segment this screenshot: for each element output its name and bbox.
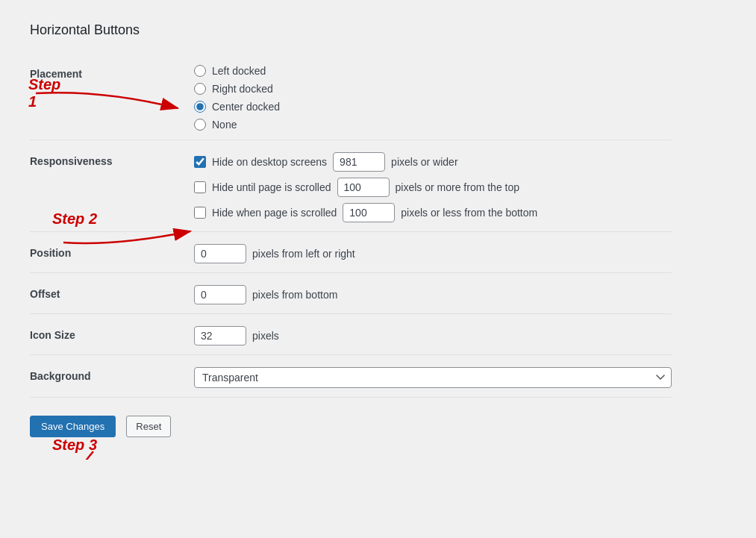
placement-none-label: None — [212, 119, 237, 131]
resp-scroll-bottom-label-pre: Hide when page is scrolled — [212, 207, 337, 219]
resp-desktop-checkbox[interactable] — [194, 156, 206, 168]
placement-left-radio[interactable] — [194, 65, 206, 77]
placement-none-radio[interactable] — [194, 119, 206, 131]
step3-arrow — [56, 448, 116, 460]
placement-center-label: Center docked — [212, 101, 280, 113]
responsiveness-label: Responsiveness — [30, 152, 194, 167]
placement-options: Left docked Right docked Center docked N… — [194, 65, 672, 131]
placement-right-radio[interactable] — [194, 83, 206, 95]
offset-row: Offset pixels from bottom — [30, 276, 672, 314]
resp-scroll-top-label-pre: Hide until page is scrolled — [212, 181, 331, 193]
resp-scroll-top-checkbox[interactable] — [194, 181, 206, 193]
offset-label: Offset — [30, 285, 194, 300]
background-content: Transparent White Black Custom — [194, 367, 672, 388]
resp-scroll-top-label-post: pixels or more from the top — [396, 181, 520, 193]
icon-size-row: Icon Size pixels — [30, 317, 672, 355]
placement-center-radio[interactable] — [194, 101, 206, 113]
resp-scroll-bottom-label-post: pixels or less from the bottom — [401, 207, 537, 219]
placement-right-option[interactable]: Right docked — [194, 83, 672, 95]
offset-content: pixels from bottom — [194, 285, 672, 304]
resp-desktop-label-pre: Hide on desktop screens — [212, 156, 327, 168]
icon-size-suffix: pixels — [252, 330, 279, 342]
resp-desktop-label-post: pixels or wider — [391, 156, 457, 168]
resp-scroll-top-option[interactable]: Hide until page is scrolled pixels or mo… — [194, 178, 672, 197]
position-suffix: pixels from left or right — [252, 248, 355, 260]
position-label: Position — [30, 244, 194, 259]
form-buttons: Save Changes Reset — [30, 416, 672, 437]
icon-size-content: pixels — [194, 326, 672, 345]
resp-scroll-bottom-checkbox[interactable] — [194, 207, 206, 219]
placement-label: Placement — [30, 65, 194, 80]
placement-row: Placement Left docked Right docked Cente… — [30, 56, 672, 140]
page-title: Horizontal Buttons — [30, 22, 672, 38]
offset-suffix: pixels from bottom — [252, 289, 337, 301]
position-content: pixels from left or right — [194, 244, 672, 263]
background-row: Background Transparent White Black Custo… — [30, 358, 672, 398]
background-select[interactable]: Transparent White Black Custom — [194, 367, 672, 388]
position-row: Position pixels from left or right — [30, 235, 672, 273]
background-label: Background — [30, 367, 194, 382]
placement-center-option[interactable]: Center docked — [194, 101, 672, 113]
icon-size-input[interactable] — [194, 326, 246, 345]
step3-annotation: Step 3 — [52, 437, 97, 454]
position-input[interactable] — [194, 244, 246, 263]
responsiveness-options: Hide on desktop screens pixels or wider … — [194, 152, 672, 222]
offset-input[interactable] — [194, 285, 246, 304]
icon-size-label: Icon Size — [30, 326, 194, 341]
placement-left-label: Left docked — [212, 65, 266, 77]
resp-desktop-input[interactable] — [333, 152, 385, 172]
placement-right-label: Right docked — [212, 83, 273, 95]
placement-none-option[interactable]: None — [194, 119, 672, 131]
resp-scroll-bottom-option[interactable]: Hide when page is scrolled pixels or les… — [194, 203, 672, 222]
resp-scroll-bottom-input[interactable] — [343, 203, 395, 222]
placement-left-option[interactable]: Left docked — [194, 65, 672, 77]
resp-scroll-top-input[interactable] — [337, 178, 390, 197]
resp-desktop-option[interactable]: Hide on desktop screens pixels or wider — [194, 152, 672, 172]
reset-button[interactable]: Reset — [126, 416, 171, 437]
save-button[interactable]: Save Changes — [30, 416, 116, 437]
responsiveness-row: Responsiveness Hide on desktop screens p… — [30, 143, 672, 232]
